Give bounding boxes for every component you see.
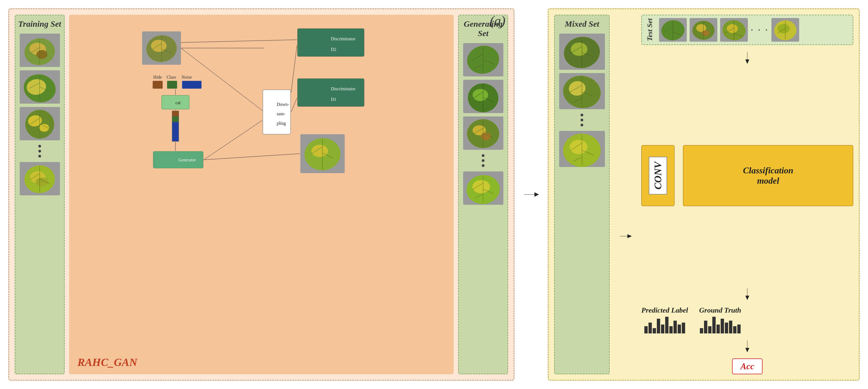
- ground-truth-bar-chart: [700, 317, 741, 333]
- bar: [716, 325, 720, 334]
- test-leaf-last: [771, 18, 799, 42]
- conv-text: CONV: [649, 157, 667, 194]
- test-leaf-2: [689, 18, 717, 42]
- mixed-leaf-1: [559, 34, 605, 70]
- gan-diagram-svg: Hide Class Noise cat: [76, 20, 447, 209]
- conv-box: CONV: [641, 145, 675, 206]
- model-to-results-arrow: [641, 287, 853, 301]
- bar: [649, 323, 652, 333]
- classification-model-box: Classification model: [683, 145, 853, 206]
- svg-rect-47: [172, 122, 179, 141]
- mixed-leaf-2: [559, 73, 605, 109]
- svg-marker-101: [534, 192, 539, 197]
- bar: [682, 323, 685, 333]
- training-dots: [38, 145, 41, 158]
- training-leaf-1: [20, 34, 60, 67]
- svg-rect-37: [153, 81, 163, 89]
- bar: [733, 326, 737, 333]
- training-leaf-2: [20, 70, 60, 104]
- svg-point-132: [702, 30, 710, 36]
- svg-rect-59: [298, 79, 364, 106]
- svg-rect-45: [172, 111, 179, 116]
- gen-leaf-4: [463, 171, 503, 205]
- training-set-title: Training Set: [18, 19, 61, 29]
- svg-text:Class: Class: [166, 75, 176, 80]
- svg-point-142: [778, 24, 790, 33]
- classification-model-label: Classification model: [743, 165, 793, 186]
- acc-label: Acc: [740, 361, 754, 371]
- test-set-row: Test Set: [641, 15, 853, 45]
- inter-panel-arrow: [520, 8, 542, 381]
- bar: [661, 325, 664, 334]
- generating-set: Generating Set: [458, 15, 508, 374]
- svg-text:Hide: Hide: [153, 75, 162, 80]
- test-to-model-arrow: [641, 51, 853, 64]
- panel-a: (a) Training Set: [8, 8, 515, 381]
- mixed-set: Mixed Set: [554, 15, 610, 374]
- acc-box: Acc: [732, 358, 763, 374]
- svg-text:D2: D2: [331, 47, 336, 52]
- svg-line-64: [291, 45, 297, 92]
- ground-truth-box: Ground Truth: [699, 306, 741, 333]
- bar: [657, 319, 660, 333]
- bar: [700, 328, 703, 333]
- svg-text:Noise: Noise: [182, 75, 192, 80]
- svg-point-104: [571, 43, 587, 56]
- gen-leaf-3: [463, 116, 503, 150]
- gen-leaf-2: [463, 80, 503, 113]
- bar: [704, 321, 707, 333]
- gen-leaf-1: [463, 43, 503, 76]
- svg-point-89: [481, 133, 491, 140]
- svg-marker-148: [745, 296, 749, 300]
- results-to-acc-arrow: [641, 339, 853, 353]
- svg-rect-46: [172, 116, 179, 122]
- test-leaf-3: [720, 18, 748, 42]
- svg-marker-146: [745, 59, 749, 64]
- test-set-label: Test Set: [646, 18, 654, 41]
- svg-line-72: [204, 154, 300, 160]
- svg-text:Generator: Generator: [178, 158, 196, 162]
- svg-point-95: [472, 180, 490, 193]
- training-leaf-3: [20, 107, 60, 140]
- predicted-bar-chart: [644, 317, 685, 333]
- svg-marker-123: [627, 234, 632, 238]
- svg-rect-56: [298, 29, 364, 56]
- training-set: Training Set: [15, 15, 65, 374]
- svg-line-62: [181, 40, 297, 43]
- bar: [653, 328, 656, 333]
- training-leaf-last: [20, 162, 60, 195]
- svg-line-35: [181, 48, 264, 112]
- svg-text:sam-: sam-: [277, 111, 285, 116]
- bar: [712, 317, 716, 333]
- mixed-to-class-arrow: [614, 98, 637, 374]
- panel-b: (b) Mixed Set: [548, 8, 860, 381]
- bar: [729, 321, 732, 333]
- gan-label: RAHC_GAN: [78, 356, 137, 369]
- bar: [665, 317, 669, 333]
- svg-point-68: [311, 145, 328, 157]
- mixed-dots: [581, 114, 583, 127]
- test-leaf-1: [659, 18, 687, 42]
- panel-a-label: (a): [490, 13, 505, 28]
- acc-container: Acc: [641, 358, 853, 374]
- svg-text:Discriminator: Discriminator: [331, 86, 356, 91]
- svg-marker-150: [745, 348, 749, 352]
- classification-area: Test Set: [641, 15, 853, 374]
- svg-text:Down-: Down-: [277, 102, 289, 107]
- svg-text:Discriminator: Discriminator: [331, 36, 356, 41]
- svg-text:D1: D1: [331, 97, 336, 102]
- mixed-leaf-last: [559, 131, 605, 167]
- svg-point-82: [472, 89, 488, 101]
- gen-dots: [482, 154, 485, 167]
- svg-line-65: [204, 120, 262, 160]
- mixed-set-title: Mixed Set: [565, 19, 599, 29]
- svg-text:pling: pling: [277, 121, 286, 126]
- svg-text:cat: cat: [175, 100, 181, 105]
- predicted-label-box: Predicted Label: [641, 306, 688, 333]
- gan-box: RAHC_GAN Hide Class: [69, 15, 454, 374]
- ground-truth-title: Ground Truth: [699, 306, 741, 314]
- bar: [644, 326, 648, 333]
- bar: [737, 325, 741, 334]
- bar: [674, 321, 677, 333]
- bar: [725, 323, 728, 333]
